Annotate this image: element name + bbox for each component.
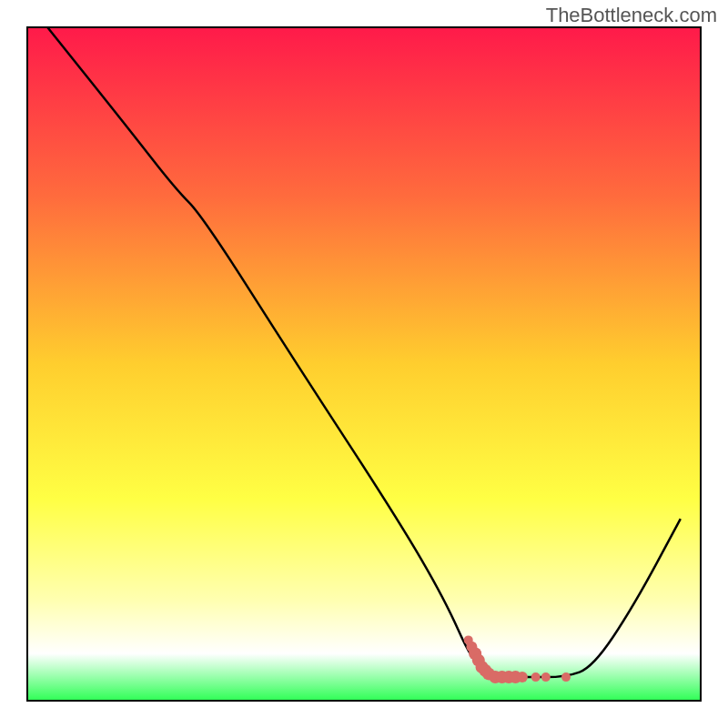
marker-dot [517, 672, 528, 682]
bottleneck-chart [0, 0, 728, 728]
chart-container: TheBottleneck.com [0, 0, 728, 728]
marker-dot [531, 672, 541, 682]
marker-dot [561, 672, 571, 682]
plot-area [27, 27, 701, 701]
watermark-text: TheBottleneck.com [546, 4, 717, 27]
marker-dot [541, 672, 551, 682]
